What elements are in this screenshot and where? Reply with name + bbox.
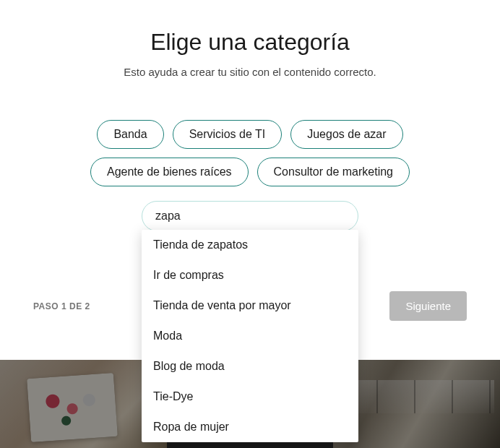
- category-pill[interactable]: Servicios de TI: [173, 120, 283, 149]
- next-button[interactable]: Siguiente: [389, 291, 467, 321]
- page-title: Elige una categoría: [0, 29, 500, 56]
- step-indicator: PASO 1 DE 2: [33, 301, 90, 311]
- suggestion-item[interactable]: Tienda de zapatos: [142, 230, 358, 260]
- category-search-input[interactable]: [142, 201, 358, 231]
- suggestion-item[interactable]: Ir de compras: [142, 260, 358, 290]
- suggestions-dropdown[interactable]: Tienda de zapatos Ir de compras Tienda d…: [142, 230, 358, 442]
- suggestion-item[interactable]: Tienda de venta por mayor: [142, 290, 358, 321]
- category-pill[interactable]: Juegos de azar: [290, 120, 402, 149]
- suggestion-item[interactable]: Tie-Dye: [142, 382, 358, 412]
- search-wrapper: Tienda de zapatos Ir de compras Tienda d…: [0, 201, 500, 231]
- category-pill[interactable]: Consultor de marketing: [257, 158, 410, 186]
- suggestion-item[interactable]: Ropa de mujer: [142, 412, 358, 442]
- category-pill[interactable]: Agente de bienes raíces: [90, 158, 249, 186]
- suggestion-item[interactable]: Moda: [142, 321, 358, 351]
- suggestion-item[interactable]: Blog de moda: [142, 351, 358, 382]
- category-pill-group: Banda Servicios de TI Juegos de azar Age…: [0, 120, 500, 186]
- page-subtitle: Esto ayuda a crear tu sitio con el conte…: [0, 66, 500, 78]
- category-pill[interactable]: Banda: [97, 120, 163, 149]
